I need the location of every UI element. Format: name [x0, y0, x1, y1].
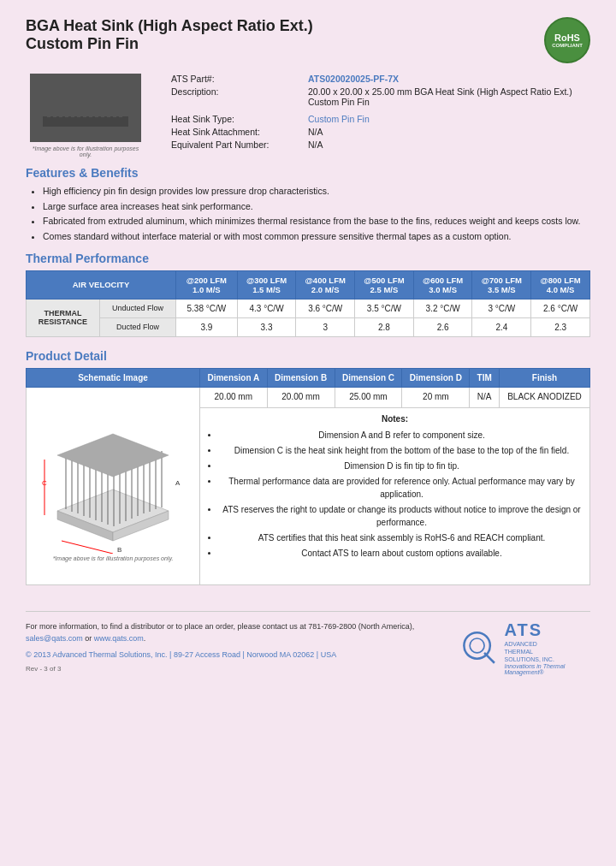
- page-header: BGA Heat Sink (High Aspect Ratio Ext.) C…: [26, 17, 590, 63]
- thermal-header-col6: @700 LFM3.5 M/S: [472, 270, 531, 299]
- part-number-row: ATS Part#: ATS020020025-PF-7X: [171, 74, 590, 84]
- schematic-image: A B C *Image above is for illustration p…: [32, 392, 194, 580]
- features-section-title: Features & Benefits: [26, 166, 590, 180]
- svg-text:B: B: [117, 546, 121, 554]
- feature-item: Comes standard without interface materia…: [43, 230, 590, 243]
- note-item: Dimension D is fin tip to fin tip.: [219, 460, 584, 472]
- ducted-val3: 3: [296, 317, 355, 336]
- thermal-header-velocity: AIR VELOCITY: [27, 270, 176, 299]
- page-title: BGA Heat Sink (High Aspect Ratio Ext.) C…: [26, 17, 313, 53]
- note-item: Thermal performance data are provided fo…: [219, 475, 584, 501]
- detail-header-schematic: Schematic Image: [27, 368, 200, 387]
- ducted-val6: 2.4: [472, 317, 531, 336]
- description-row: Description: 20.00 x 20.00 x 25.00 mm BG…: [171, 86, 590, 107]
- svg-rect-8: [89, 84, 92, 117]
- svg-rect-5: [71, 81, 74, 117]
- note-item: Dimension C is the heat sink height from…: [219, 444, 584, 457]
- svg-rect-0: [43, 116, 128, 127]
- schematic-caption: *Image above is for illustration purpose…: [51, 554, 175, 563]
- dim-d-value: 20 mm: [402, 387, 470, 407]
- tim-value: N/A: [470, 387, 500, 407]
- rev-note: Rev - 3 of 3: [26, 664, 461, 675]
- detail-header-dimd: Dimension D: [402, 368, 470, 387]
- svg-rect-7: [83, 83, 86, 117]
- notes-cell: Notes: Dimension A and B refer to compon…: [200, 408, 590, 585]
- equivalent-part-row: Equivalent Part Number: N/A: [171, 139, 590, 150]
- thermal-header-col5: @600 LFM3.0 M/S: [413, 270, 472, 299]
- footer-website-link[interactable]: www.qats.com: [94, 634, 144, 643]
- unducted-val6: 3 °C/W: [472, 299, 531, 317]
- detail-header-dimc: Dimension C: [335, 368, 402, 387]
- unducted-val3: 3.6 °C/W: [296, 299, 355, 317]
- thermal-resistance-label: THERMALRESISTANCE: [27, 299, 100, 336]
- svg-text:C: C: [42, 479, 47, 487]
- footer-contact: For more information, to find a distribu…: [26, 620, 461, 675]
- ducted-val2: 3.3: [237, 317, 296, 336]
- image-caption: *Image above is for illustration purpose…: [26, 145, 145, 157]
- thermal-header-col3: @400 LFM2.0 M/S: [296, 270, 355, 299]
- features-list: High efficiency pin fin design provides …: [26, 185, 590, 243]
- product-image-area: *Image above is for illustration purpose…: [26, 74, 145, 157]
- product-image: [30, 74, 141, 142]
- product-detail-table: Schematic Image Dimension A Dimension B …: [26, 368, 590, 585]
- ats-logo: ATS ADVANCED THERMAL SOLUTIONS, INC. Inn…: [461, 620, 590, 675]
- svg-rect-6: [77, 82, 80, 117]
- svg-rect-2: [53, 84, 56, 117]
- thermal-header-col7: @800 LFM4.0 M/S: [531, 270, 590, 299]
- detail-header-dimb: Dimension B: [267, 368, 335, 387]
- unducted-val7: 2.6 °C/W: [531, 299, 590, 317]
- unducted-val4: 3.5 °C/W: [355, 299, 414, 317]
- detail-header-tim: TIM: [470, 368, 500, 387]
- thermal-header-col4: @500 LFM2.5 M/S: [355, 270, 414, 299]
- thermal-header-col2: @300 LFM1.5 M/S: [237, 270, 296, 299]
- heat-sink-type-row: Heat Sink Type: Custom Pin Fin: [171, 114, 590, 124]
- feature-item: Large surface area increases heat sink p…: [43, 200, 590, 213]
- rohs-badge: RoHS COMPLIANT: [544, 17, 590, 63]
- ducted-val4: 2.8: [355, 317, 414, 336]
- svg-line-36: [62, 541, 113, 554]
- title-line1: BGA Heat Sink (High Aspect Ratio Ext.): [26, 17, 313, 35]
- feature-item: Fabricated from extruded aluminum, which…: [43, 215, 590, 228]
- notes-list: Dimension A and B refer to component siz…: [205, 429, 584, 560]
- footer-copyright: © 2013 Advanced Thermal Solutions, Inc. …: [26, 649, 461, 661]
- heat-sink-svg: [30, 74, 141, 142]
- svg-rect-3: [59, 82, 62, 117]
- schematic-image-cell: A B C *Image above is for illustration p…: [27, 387, 200, 584]
- feature-item: High efficiency pin fin design provides …: [43, 185, 590, 198]
- ducted-flow-label: Ducted Flow: [99, 317, 175, 336]
- detail-header-finish: Finish: [500, 368, 590, 387]
- note-item: ATS reserves the right to update or chan…: [219, 503, 584, 529]
- ducted-val5: 2.6: [413, 317, 472, 336]
- thermal-section-title: Thermal Performance: [26, 252, 590, 265]
- ats-q-icon: [461, 626, 497, 669]
- footer-contact-text: For more information, to find a distribu…: [26, 620, 461, 645]
- note-item: Dimension A and B refer to component siz…: [219, 429, 584, 442]
- product-detail-section-title: Product Detail: [26, 349, 590, 363]
- note-item: ATS certifies that this heat sink assemb…: [219, 531, 584, 544]
- footer-section: For more information, to find a distribu…: [26, 611, 590, 675]
- ats-text-block: ATS ADVANCED THERMAL SOLUTIONS, INC. Inn…: [505, 620, 590, 675]
- svg-marker-34: [57, 434, 169, 477]
- dim-a-value: 20.00 mm: [200, 387, 268, 407]
- title-line2: Custom Pin Fin: [26, 35, 313, 53]
- footer-email-link[interactable]: sales@qats.com: [26, 634, 83, 643]
- ducted-val7: 2.3: [531, 317, 590, 336]
- unducted-val1: 5.38 °C/W: [176, 299, 238, 317]
- unducted-flow-label: Unducted Flow: [99, 299, 175, 317]
- svg-rect-9: [95, 85, 98, 117]
- svg-rect-11: [107, 86, 110, 117]
- specs-table: ATS Part#: ATS020020025-PF-7X Descriptio…: [171, 74, 590, 157]
- notes-title: Notes:: [382, 414, 408, 424]
- dim-c-value: 25.00 mm: [335, 387, 402, 407]
- ducted-val1: 3.9: [176, 317, 238, 336]
- attachment-row: Heat Sink Attachment: N/A: [171, 127, 590, 137]
- finish-value: BLACK ANODIZED: [500, 387, 590, 407]
- note-item: Contact ATS to learn about custom option…: [219, 547, 584, 560]
- svg-rect-10: [101, 86, 104, 117]
- detail-header-dima: Dimension A: [200, 368, 268, 387]
- svg-rect-1: [47, 86, 50, 117]
- thermal-table: AIR VELOCITY @200 LFM1.0 M/S @300 LFM1.5…: [26, 270, 590, 337]
- unducted-val5: 3.2 °C/W: [413, 299, 472, 317]
- schematic-svg: A B C: [40, 408, 186, 554]
- svg-line-42: [484, 653, 495, 663]
